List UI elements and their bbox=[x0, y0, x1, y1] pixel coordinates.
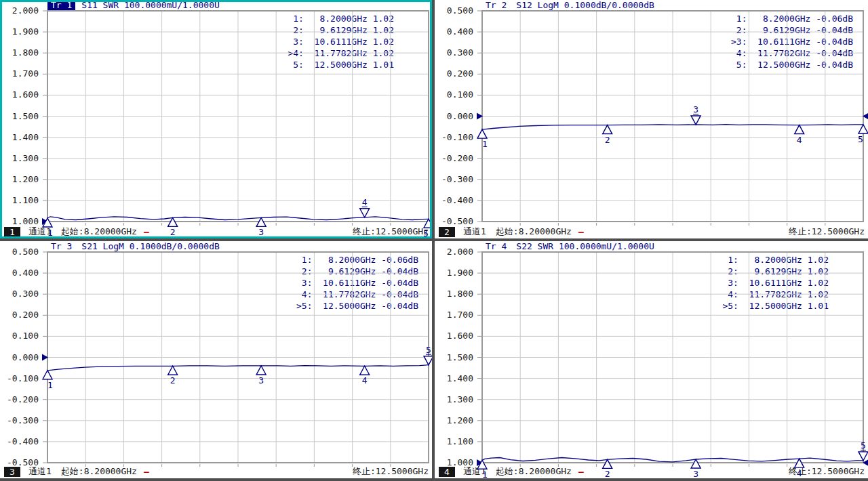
marker-triangle[interactable] bbox=[603, 459, 612, 468]
marker-number-label: 1 bbox=[482, 469, 488, 478]
marker-triangle[interactable] bbox=[256, 366, 266, 375]
marker-number-label: 5 bbox=[858, 134, 863, 144]
marker-triangle[interactable] bbox=[168, 366, 178, 375]
marker-number-label: 3 bbox=[693, 104, 698, 114]
marker-triangle[interactable] bbox=[43, 371, 52, 379]
marker-number-label: 4 bbox=[797, 135, 802, 145]
marker-triangle[interactable] bbox=[603, 125, 612, 134]
marker-number-label: 5 bbox=[426, 345, 431, 355]
marker-triangle[interactable] bbox=[691, 459, 701, 468]
marker-number-label: 5 bbox=[861, 440, 866, 451]
channel-window[interactable]: 0.5000.4000.3000.2000.1000.000-0.100-0.2… bbox=[435, 0, 868, 238]
marker-number-label: 2 bbox=[605, 469, 610, 478]
plot-area: 12345 bbox=[435, 0, 868, 238]
plot-area: 12345 bbox=[0, 0, 432, 238]
marker-number-label: 4 bbox=[362, 197, 368, 207]
marker-number-label: 4 bbox=[362, 375, 368, 385]
marker-number-label: 5 bbox=[423, 228, 429, 238]
marker-triangle-active[interactable] bbox=[691, 116, 701, 125]
marker-number-label: 2 bbox=[605, 135, 610, 145]
marker-triangle[interactable] bbox=[360, 366, 370, 375]
vna-screen: 2.0001.9001.8001.7001.6001.5001.4001.300… bbox=[0, 0, 868, 481]
plot-area: 12345 bbox=[0, 241, 432, 478]
channel-window[interactable]: 2.0001.9001.8001.7001.6001.5001.4001.300… bbox=[0, 0, 432, 238]
marker-triangle-active[interactable] bbox=[424, 356, 432, 365]
marker-triangle[interactable] bbox=[859, 125, 868, 133]
marker-number-label: 1 bbox=[47, 380, 53, 390]
marker-triangle[interactable] bbox=[477, 129, 487, 138]
marker-number-label: 3 bbox=[258, 375, 264, 385]
marker-number-label: 3 bbox=[693, 469, 698, 478]
marker-number-label: 2 bbox=[170, 227, 176, 237]
plot-area: 12345 bbox=[435, 241, 868, 478]
channel-window[interactable]: 2.0001.9001.8001.7001.6001.5001.4001.300… bbox=[435, 241, 868, 478]
marker-number-label: 1 bbox=[482, 139, 488, 149]
channel-window[interactable]: 0.5000.4000.3000.2000.1000.000-0.100-0.2… bbox=[0, 241, 432, 478]
marker-number-label: 3 bbox=[258, 227, 264, 237]
marker-triangle[interactable] bbox=[795, 125, 804, 134]
marker-triangle-active[interactable] bbox=[859, 452, 868, 461]
marker-triangle-active[interactable] bbox=[360, 209, 370, 217]
marker-number-label: 2 bbox=[170, 375, 176, 385]
marker-number-label: 4 bbox=[797, 468, 802, 478]
marker-number-label: 1 bbox=[47, 228, 53, 238]
